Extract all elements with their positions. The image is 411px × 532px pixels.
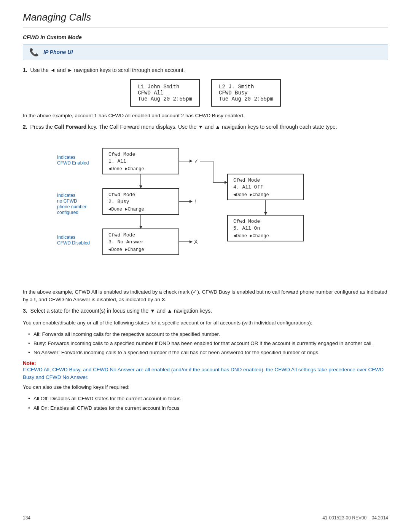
label1-line1: Indicates [57,155,75,160]
step2-text-after: key. The Call Forward menu displays. Use… [86,124,337,130]
bullet-all: All: Forwards all incoming calls for the… [33,331,388,338]
svg-text:◄Done    ►Change: ◄Done ►Change [108,207,144,212]
svg-text:CFWD Disabled: CFWD Disabled [57,240,90,246]
svg-text:5. All On: 5. All On [233,225,260,231]
ip-phone-ui-bar: 📞 IP Phone UI [23,44,388,60]
bar-label: IP Phone UI [43,49,73,55]
screen1-line3: Tue Aug 20 2:55pm [138,96,192,102]
below-diagram-text: In the above example, CFWD All is enable… [23,288,388,304]
svg-text:Indicates: Indicates [57,193,75,198]
screen2-line1: L2 J. Smith [219,84,273,90]
svg-marker-18 [190,200,193,203]
screen1-line1: L1 John Smith [138,84,192,90]
svg-text:2. Busy: 2. Busy [108,199,129,204]
step2-bold: Call Forward [54,124,87,130]
example-text-1: In the above example, account 1 has CFWD… [23,113,388,118]
footer-left: 134 [23,515,30,521]
phone-screens-row: L1 John Smith CFWD All Tue Aug 20 2:55pm… [23,79,388,107]
step1-number: 1. [23,67,27,73]
svg-text:X: X [194,239,198,245]
svg-text:!: ! [194,198,196,204]
svg-text:3. No Answer: 3. No Answer [108,239,144,245]
step-2: 2. Press the Call Forward key. The Call … [23,124,388,130]
note-bullet-all-on: All On: Enables all CFWD states for the … [33,404,388,412]
page-title: Managing Calls [23,11,388,23]
svg-text:Indicates: Indicates [57,235,75,240]
label1-line2: CFWD Enabled [57,160,89,166]
note-blue-text: If CFWD All, CFWD Busy, and CFWD No Answ… [23,367,384,380]
bullet-no-answer: No Answer: Forwards incoming calls to a … [33,349,388,356]
step3-para1: You can enable/disable any or all of the… [23,319,388,327]
step-1: 1. Use the ◄ and ► navigation keys to sc… [23,67,388,73]
step2-number: 2. [23,124,27,130]
svg-marker-8 [139,185,142,189]
svg-marker-21 [139,226,142,229]
bullet-busy: Busy: Forwards incoming calls to a speci… [33,340,388,347]
svg-text:no CFWD: no CFWD [57,198,77,204]
svg-text:Cfwd Mode: Cfwd Mode [108,192,135,198]
screen1-line2: CFWD All [138,90,192,96]
svg-marker-34 [225,181,228,184]
note-bullet-list: All Off: Disables all CFWD states for th… [33,395,388,412]
svg-text:◄Done    ►Change: ◄Done ►Change [108,166,144,172]
step1-text: Use the ◄ and ► navigation keys to scrol… [30,67,185,73]
step2-text-before: Press the [30,124,54,130]
svg-text:phone number: phone number [57,204,86,209]
note-extra: You can also use the following keys if r… [23,383,388,391]
svg-text:Cfwd Mode: Cfwd Mode [108,232,135,238]
note-bullet-all-off: All Off: Disables all CFWD states for th… [33,395,388,403]
cfwd-diagram-svg: Indicates CFWD Enabled Cfwd Mode 1. All … [53,137,358,281]
svg-text:Cfwd Mode: Cfwd Mode [108,152,135,157]
step3-text: Select a state for the account(s) in foc… [30,308,212,314]
note-block: Note: If CFWD All, CFWD Busy, and CFWD N… [23,360,388,382]
section-heading: CFWD in Custom Mode [23,34,388,40]
step3-number: 3. [23,308,27,314]
svg-marker-40 [264,212,267,215]
svg-text:configured: configured [57,210,78,215]
svg-marker-5 [190,160,193,163]
phone-screen-2: L2 J. Smith CFWD Busy Tue Aug 20 2:55pm [211,79,281,107]
phone-screen-1: L1 John Smith CFWD All Tue Aug 20 2:55pm [130,79,200,107]
svg-text:1. All: 1. All [108,158,126,164]
svg-text:Cfwd Mode: Cfwd Mode [233,219,260,224]
svg-text:Cfwd Mode: Cfwd Mode [233,177,260,183]
svg-text:◄Done    ►Change: ◄Done ►Change [233,233,269,239]
svg-text:4. All Off: 4. All Off [233,184,263,190]
step-3: 3. Select a state for the account(s) in … [23,308,388,314]
phone-icon: 📞 [29,48,39,57]
footer-right: 41-001523-00 REV00 – 04.2014 [322,515,388,521]
svg-text:◄Done    ►Change: ◄Done ►Change [108,247,144,252]
step3-bullet-list: All: Forwards all incoming calls for the… [33,331,388,357]
diagram-container: Indicates CFWD Enabled Cfwd Mode 1. All … [23,137,388,281]
svg-text:✓: ✓ [194,158,199,164]
svg-marker-29 [190,240,193,243]
page: Managing Calls CFWD in Custom Mode 📞 IP … [0,0,411,532]
svg-text:◄Done    ►Change: ◄Done ►Change [233,192,269,198]
screen2-line3: Tue Aug 20 2:55pm [219,96,273,102]
top-divider [23,27,388,27]
screen2-line2: CFWD Busy [219,90,273,96]
note-label: Note: [23,360,36,366]
page-footer: 134 41-001523-00 REV00 – 04.2014 [23,515,388,521]
